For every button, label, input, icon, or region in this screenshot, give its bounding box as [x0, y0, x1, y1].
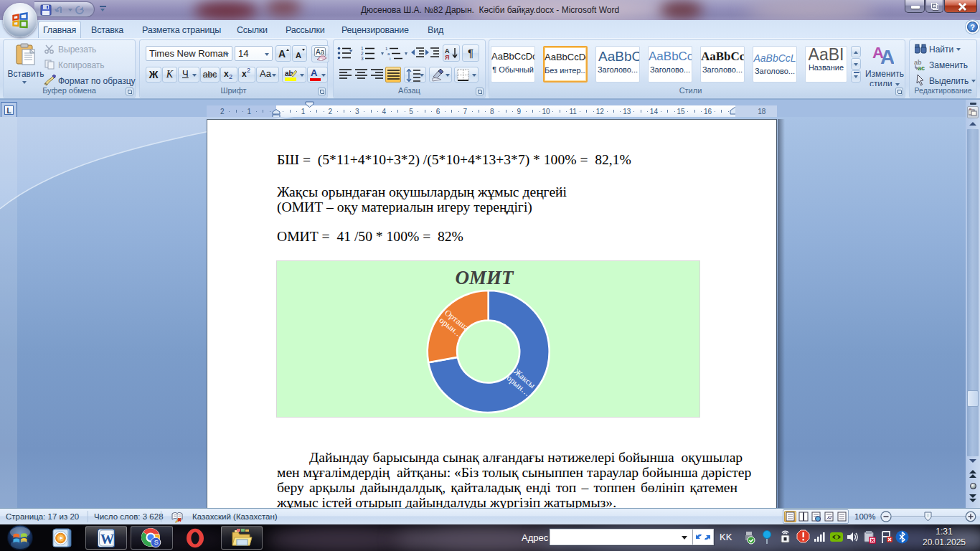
svg-text:ОМИТ: ОМИТ	[456, 267, 515, 288]
svg-text:A: A	[880, 46, 894, 65]
svg-text:1: 1	[385, 47, 388, 51]
svg-text:1: 1	[361, 46, 364, 51]
svg-text:3: 3	[361, 56, 364, 60]
svg-text:a: a	[387, 52, 390, 56]
svg-text:Я: Я	[445, 54, 449, 60]
svg-text:ac: ac	[918, 65, 925, 71]
svg-text:W: W	[100, 532, 114, 547]
svg-text:S: S	[154, 539, 159, 546]
svg-text:i: i	[390, 57, 390, 60]
svg-text:2: 2	[361, 51, 364, 56]
